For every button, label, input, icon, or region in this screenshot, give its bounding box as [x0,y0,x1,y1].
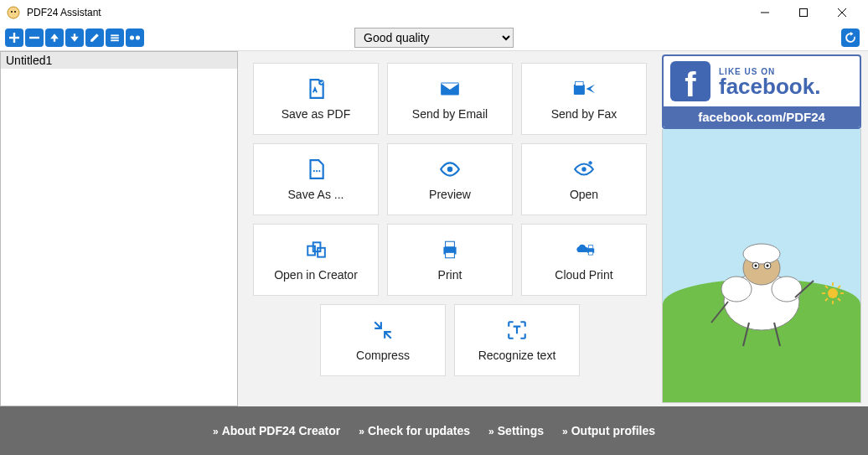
dual-view-icon[interactable] [126,28,144,47]
svg-rect-32 [588,251,592,255]
action-grid: Save as PDF Send by Email Send by Fax Sa… [238,51,662,406]
fax-icon [573,77,595,101]
compress-tile[interactable]: Compress [320,304,446,376]
svg-point-23 [581,167,586,171]
tile-label: Compress [356,349,410,362]
svg-line-53 [838,286,840,288]
open-tile[interactable]: Open [521,143,647,215]
remove-icon[interactable] [25,28,44,47]
compress-icon [372,318,394,342]
svg-line-52 [838,298,840,301]
mail-icon [439,77,461,101]
facebook-box[interactable]: f LIKE US ON facebook. facebook.com/PDF2… [662,54,861,129]
edit-icon[interactable] [85,28,104,47]
footer-profiles[interactable]: »Output profiles [562,424,655,437]
list-item[interactable]: Untitled1 [1,52,237,70]
tile-label: Save as PDF [282,107,350,121]
pdf-icon [305,77,327,101]
svg-point-34 [721,277,752,302]
svg-point-14 [136,35,140,39]
eye-plus-icon [573,158,595,181]
svg-point-1 [11,11,13,13]
cloud-print-icon [573,238,595,261]
fb-url-text: facebook.com/PDF24 [664,106,860,127]
svg-point-2 [14,11,16,13]
svg-point-41 [767,265,769,267]
down-icon[interactable] [65,28,84,47]
save-as-pdf-tile[interactable]: Save as PDF [253,63,379,135]
facebook-icon: f [670,61,710,101]
svg-point-20 [316,170,318,172]
app-icon [7,6,20,19]
svg-point-19 [313,170,315,172]
tile-label: Recognize text [478,349,556,362]
quality-select[interactable]: Good quality [354,28,514,48]
send-email-tile[interactable]: Send by Email [387,63,513,135]
ocr-tile[interactable]: Recognize text [454,304,580,376]
close-button[interactable] [823,0,861,25]
svg-rect-28 [446,241,455,247]
svg-rect-12 [111,39,119,41]
svg-point-22 [447,167,453,173]
svg-rect-4 [800,9,808,17]
svg-line-51 [825,286,828,288]
quality-select-wrap: Good quality [354,28,514,48]
ocr-icon [506,318,528,342]
tile-label: Save As ... [288,188,344,201]
creator-icon [305,238,327,261]
svg-point-37 [743,244,780,264]
refresh-icon[interactable] [841,28,860,47]
content-area: Untitled1 Save as PDF Send by Email Send… [0,50,868,406]
svg-rect-11 [111,37,119,39]
cloud-print-tile[interactable]: Cloud Print [521,224,647,296]
minimize-button[interactable] [746,0,784,25]
footer-updates[interactable]: »Check for updates [359,424,470,437]
svg-rect-31 [588,246,592,249]
ad-panel: f LIKE US ON facebook. facebook.com/PDF2… [662,54,861,403]
print-icon [439,238,461,261]
footer-bar: »About PDF24 Creator »Check for updates … [0,406,868,455]
svg-rect-26 [318,248,325,257]
save-as-tile[interactable]: Save As ... [253,143,379,215]
svg-point-0 [8,7,19,18]
svg-point-39 [755,265,757,267]
title-bar: PDF24 Assistant [0,0,868,25]
saveas-icon [305,158,327,181]
svg-rect-9 [29,37,39,39]
print-tile[interactable]: Print [387,224,513,296]
up-icon[interactable] [45,28,64,47]
tile-label: Send by Email [412,107,488,121]
svg-point-35 [772,277,802,302]
tile-label: Cloud Print [555,268,612,282]
tile-label: Send by Fax [551,107,617,121]
svg-line-44 [711,302,728,323]
maximize-button[interactable] [784,0,823,25]
footer-settings[interactable]: »Settings [488,424,544,437]
eye-icon [439,158,461,181]
file-list[interactable]: Untitled1 [0,51,238,406]
tile-label: Print [438,268,462,282]
svg-point-13 [130,35,134,39]
fb-brand-text: facebook. [719,76,820,96]
add-icon[interactable] [5,28,23,47]
menu-icon[interactable] [106,28,124,47]
svg-rect-18 [576,81,584,85]
send-fax-tile[interactable]: Send by Fax [521,63,647,135]
preview-tile[interactable]: Preview [387,143,513,215]
svg-rect-10 [111,34,119,36]
tile-label: Open [570,188,598,201]
svg-point-21 [318,170,320,172]
svg-point-46 [828,288,838,298]
svg-rect-29 [446,252,455,258]
svg-point-15 [318,80,324,85]
open-creator-tile[interactable]: Open in Creator [253,224,379,296]
tile-label: Open in Creator [274,268,358,282]
svg-rect-8 [9,37,19,39]
svg-line-54 [825,298,828,301]
footer-about[interactable]: »About PDF24 Creator [213,424,340,437]
tile-label: Preview [429,188,471,201]
mascot-image [662,129,861,403]
toolbar: Good quality [0,25,868,50]
window-title: PDF24 Assistant [27,7,746,18]
